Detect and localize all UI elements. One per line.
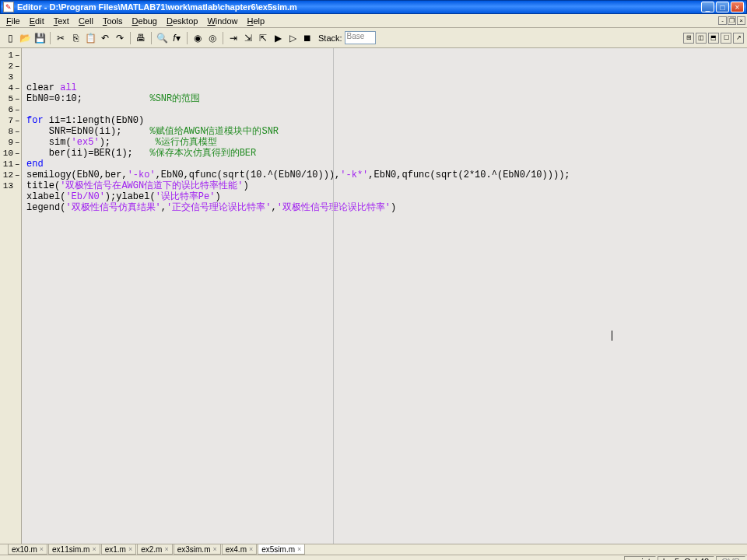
line-number: 7– [0, 115, 21, 126]
clear-breakpoint-icon[interactable]: ◎ [205, 31, 219, 45]
menu-cell[interactable]: Cell [74, 16, 98, 26]
line-number: 11– [0, 159, 21, 170]
mdi-minimize-button[interactable]: ‑ [718, 16, 727, 25]
file-tab[interactable]: ex10.m× [8, 544, 47, 555]
menu-debug[interactable]: Debug [128, 16, 162, 26]
code-line[interactable] [26, 104, 742, 115]
line-number: 6– [0, 104, 21, 115]
line-number: 4– [0, 82, 21, 93]
file-tab[interactable]: ex5sim.m× [258, 544, 305, 555]
line-number: 13 [0, 180, 21, 191]
step-icon[interactable]: ⇥ [226, 31, 240, 45]
file-tab[interactable]: ex4.m× [222, 544, 258, 555]
function-icon[interactable]: f▾ [170, 31, 184, 45]
close-button[interactable]: × [731, 2, 744, 12]
code-line[interactable]: ber(ii)=BER(1); %保存本次仿真得到的BER [26, 148, 742, 159]
code-line[interactable]: SNR=EbN0(ii); %赋值给AWGN信道模块中的SNR [26, 126, 742, 137]
step-out-icon[interactable]: ⇱ [256, 31, 270, 45]
paste-icon[interactable]: 📋 [83, 31, 97, 45]
tab-label: ex10.m [12, 545, 37, 554]
line-number: 3 [0, 72, 21, 82]
tab-close-icon[interactable]: × [128, 545, 132, 553]
set-breakpoint-icon[interactable]: ◉ [191, 31, 205, 45]
float-icon[interactable]: ☐ [721, 33, 731, 44]
redo-icon[interactable]: ↷ [113, 31, 127, 45]
save-icon[interactable]: 💾 [33, 31, 47, 45]
code-line[interactable]: legend('双极性信号仿真结果','正交信号理论误比特率','双极性信号理论… [26, 202, 742, 213]
line-number: 10– [0, 148, 21, 159]
status-ovr: OVR [716, 556, 745, 561]
line-number: 5– [0, 93, 21, 104]
tab-close-icon[interactable]: × [249, 545, 253, 553]
line-number-gutter: 1–2–34–5–6–7–8–9–10–11–12–13 [0, 48, 22, 544]
split-v-icon[interactable]: ⬒ [708, 33, 719, 44]
print-icon[interactable]: 🖶 [134, 31, 148, 45]
file-tab[interactable]: ex2.m× [137, 544, 173, 555]
stop-icon[interactable]: ⏹ [300, 31, 314, 45]
dock-icon[interactable]: ↗ [733, 33, 744, 44]
status-file-type: script [624, 556, 655, 561]
menu-window[interactable]: Window [202, 16, 242, 26]
file-tab[interactable]: ex11sim.m× [48, 544, 100, 555]
copy-icon[interactable]: ⎘ [68, 31, 82, 45]
undo-icon[interactable]: ↶ [98, 31, 112, 45]
stack-dropdown[interactable]: Base [345, 31, 376, 44]
menu-desktop[interactable]: Desktop [162, 16, 202, 26]
text-cursor [612, 331, 612, 341]
window-controls: _ □ × [701, 2, 744, 12]
menu-tools[interactable]: Tools [98, 16, 128, 26]
minimize-button[interactable]: _ [701, 2, 714, 12]
file-tabs: ex10.m×ex11sim.m×ex1.m×ex2.m×ex3sim.m×ex… [0, 544, 747, 555]
new-file-icon[interactable]: ▯ [3, 31, 17, 45]
code-line[interactable]: xlabel('Eb/N0');ylabel('误比特率Pe') [26, 191, 742, 202]
title-bar: ✎ Editor - D:\Program Files\MATLAB71\wor… [0, 0, 747, 14]
open-file-icon[interactable]: 📂 [18, 31, 32, 45]
menu-text[interactable]: Text [49, 16, 74, 26]
tab-label: ex1.m [105, 545, 126, 554]
file-tab[interactable]: ex1.m× [101, 544, 137, 555]
stack-label: Stack: [318, 33, 342, 43]
toolbar: ▯ 📂 💾 ✂ ⎘ 📋 ↶ ↷ 🖶 🔍 f▾ ◉ ◎ ⇥ ⇲ ⇱ ▶ ▷ ⏹ S… [0, 28, 747, 48]
code-editor[interactable]: clear allEbN0=0:10; %SNR的范围for ii=1:leng… [22, 48, 747, 544]
tile-icon[interactable]: ⊞ [683, 33, 694, 44]
code-line[interactable]: title('双极性信号在AWGN信道下的误比特率性能') [26, 180, 742, 191]
tab-label: ex5sim.m [261, 545, 295, 554]
tab-close-icon[interactable]: × [297, 545, 301, 553]
status-position: Ln 5 Col 42 [658, 556, 714, 561]
line-number: 2– [0, 61, 21, 72]
step-in-icon[interactable]: ⇲ [241, 31, 255, 45]
line-number: 9– [0, 137, 21, 148]
mdi-restore-button[interactable]: ❐ [728, 16, 736, 25]
tab-label: ex11sim.m [52, 545, 89, 554]
tab-label: ex2.m [141, 545, 162, 554]
line-number: 8– [0, 126, 21, 137]
tab-label: ex4.m [226, 545, 247, 554]
tab-close-icon[interactable]: × [212, 545, 216, 553]
tab-close-icon[interactable]: × [40, 545, 44, 553]
cut-icon[interactable]: ✂ [54, 31, 68, 45]
code-line[interactable]: sim('ex5'); %运行仿真模型 [26, 137, 742, 148]
menu-edit[interactable]: Edit [25, 16, 49, 26]
app-icon: ✎ [3, 2, 14, 12]
page-rule [333, 48, 334, 544]
status-bar: script Ln 5 Col 42 OVR [0, 555, 747, 560]
tab-close-icon[interactable]: × [92, 545, 96, 553]
tab-label: ex3sim.m [177, 545, 211, 554]
tab-close-icon[interactable]: × [164, 545, 168, 553]
find-icon[interactable]: 🔍 [155, 31, 169, 45]
file-tab[interactable]: ex3sim.m× [174, 544, 221, 555]
mdi-close-button[interactable]: × [737, 16, 745, 25]
split-h-icon[interactable]: ◫ [696, 33, 707, 44]
code-line[interactable]: end [26, 159, 742, 170]
code-line[interactable]: for ii=1:length(EbN0) [26, 115, 742, 126]
code-line[interactable]: semilogy(EbN0,ber,'-ko',EbN0,qfunc(sqrt(… [26, 170, 742, 180]
code-line[interactable] [26, 213, 742, 224]
maximize-button[interactable]: □ [716, 2, 729, 12]
run-icon[interactable]: ▷ [286, 31, 300, 45]
code-line[interactable]: clear all [26, 82, 742, 93]
code-line[interactable]: EbN0=0:10; %SNR的范围 [26, 93, 742, 104]
menu-file[interactable]: File [2, 16, 25, 26]
menu-help[interactable]: Help [243, 16, 270, 26]
editor-area[interactable]: 1–2–34–5–6–7–8–9–10–11–12–13 clear allEb… [0, 48, 747, 544]
continue-icon[interactable]: ▶ [271, 31, 285, 45]
